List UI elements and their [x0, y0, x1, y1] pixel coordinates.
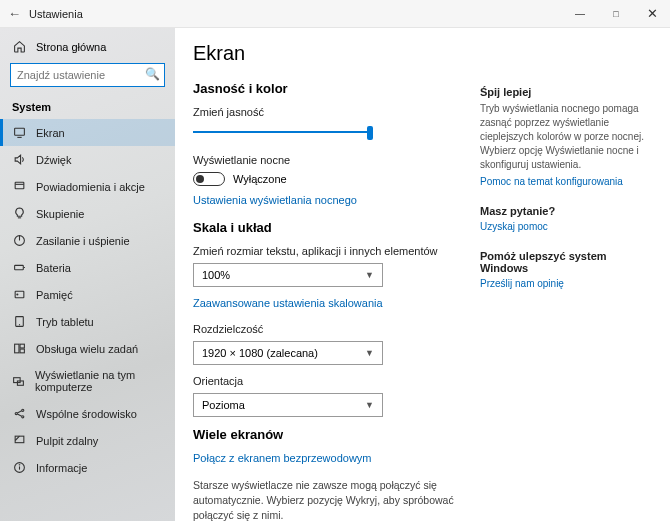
advanced-scaling-link[interactable]: Zaawansowane ustawienia skalowania: [193, 297, 462, 309]
svg-rect-13: [14, 344, 18, 353]
chevron-down-icon: ▼: [365, 270, 374, 280]
aside-feedback-link[interactable]: Prześlij nam opinię: [480, 278, 656, 289]
nightlight-toggle[interactable]: Wyłączone: [193, 172, 462, 186]
section-multiple: Wiele ekranów: [193, 427, 462, 442]
scale-select[interactable]: 100%▼: [193, 263, 383, 287]
window-title: Ustawienia: [29, 8, 83, 20]
battery-icon: [12, 261, 26, 274]
aside-question-title: Masz pytanie?: [480, 205, 656, 217]
remote-icon: [12, 434, 26, 447]
chevron-down-icon: ▼: [365, 400, 374, 410]
nav-label: Tryb tabletu: [36, 316, 94, 328]
nav-label: Dźwięk: [36, 154, 71, 166]
section-brightness: Jasność i kolor: [193, 81, 462, 96]
search-input[interactable]: [10, 63, 165, 87]
nav-label: Pulpit zdalny: [36, 435, 98, 447]
svg-line-24: [15, 436, 19, 440]
sidebar-item-info[interactable]: Informacje: [0, 454, 175, 481]
svg-rect-7: [14, 265, 23, 269]
nav-label: Wyświetlanie na tym komputerze: [35, 369, 163, 393]
nav-label: Wspólne środowisko: [36, 408, 137, 420]
section-scale: Skala i układ: [193, 220, 462, 235]
aside-sleep-desc: Tryb wyświetlania nocnego pomaga zasnąć …: [480, 102, 656, 172]
nav-label: Pamięć: [36, 289, 73, 301]
nav-label: Powiadomienia i akcje: [36, 181, 145, 193]
sidebar-item-zasilanie[interactable]: Zasilanie i uśpienie: [0, 227, 175, 254]
sidebar-item-pamiec[interactable]: Pamięć: [0, 281, 175, 308]
svg-line-21: [17, 411, 21, 413]
svg-rect-0: [14, 128, 24, 135]
svg-rect-14: [20, 344, 24, 348]
power-icon: [12, 234, 26, 247]
minimize-button[interactable]: —: [562, 0, 598, 28]
nav-label: Ekran: [36, 127, 65, 139]
sidebar: Strona główna 🔍 System Ekran Dźwięk Powi…: [0, 28, 175, 521]
nav-label: Informacje: [36, 462, 87, 474]
sidebar-item-ekran[interactable]: Ekran: [0, 119, 175, 146]
sound-icon: [12, 153, 26, 166]
resolution-label: Rozdzielczość: [193, 323, 462, 335]
svg-point-20: [21, 416, 23, 418]
nav-label: Zasilanie i uśpienie: [36, 235, 130, 247]
notifications-icon: [12, 180, 26, 193]
sidebar-item-powiadomienia[interactable]: Powiadomienia i akcje: [0, 173, 175, 200]
sidebar-item-shared[interactable]: Wspólne środowisko: [0, 400, 175, 427]
back-arrow-icon[interactable]: ←: [8, 6, 21, 21]
content-area: Ekran Jasność i kolor Zmień jasność Wyśw…: [175, 28, 480, 521]
sidebar-item-project[interactable]: Wyświetlanie na tym komputerze: [0, 362, 175, 400]
orientation-select[interactable]: Pozioma▼: [193, 393, 383, 417]
project-icon: [12, 375, 25, 388]
nightlight-settings-link[interactable]: Ustawienia wyświetlania nocnego: [193, 194, 462, 206]
nightlight-label: Wyświetlanie nocne: [193, 154, 462, 166]
titlebar: ← Ustawienia — □ ✕: [0, 0, 670, 28]
brightness-label: Zmień jasność: [193, 106, 462, 118]
svg-line-22: [17, 414, 21, 416]
close-button[interactable]: ✕: [634, 0, 670, 28]
aside-help-link[interactable]: Uzyskaj pomoc: [480, 221, 656, 232]
resolution-select[interactable]: 1920 × 1080 (zalecana)▼: [193, 341, 383, 365]
multitask-icon: [12, 342, 26, 355]
shared-icon: [12, 407, 26, 420]
display-icon: [12, 126, 26, 139]
sidebar-item-skupienie[interactable]: Skupienie: [0, 200, 175, 227]
nav-label: Skupienie: [36, 208, 84, 220]
home-label: Strona główna: [36, 41, 106, 53]
aside-sleep-link[interactable]: Pomoc na temat konfigurowania: [480, 176, 656, 187]
page-title: Ekran: [193, 42, 462, 65]
sidebar-item-multitask[interactable]: Obsługa wielu zadań: [0, 335, 175, 362]
scale-label: Zmień rozmiar tekstu, aplikacji i innych…: [193, 245, 462, 257]
orientation-label: Orientacja: [193, 375, 462, 387]
home-link[interactable]: Strona główna: [0, 34, 175, 63]
detect-description: Starsze wyświetlacze nie zawsze mogą poł…: [193, 478, 462, 521]
toggle-state: Wyłączone: [233, 173, 287, 185]
sidebar-item-remote[interactable]: Pulpit zdalny: [0, 427, 175, 454]
aside-sleep-title: Śpij lepiej: [480, 86, 656, 98]
category-label: System: [0, 97, 175, 119]
storage-icon: [12, 288, 26, 301]
svg-rect-2: [15, 182, 24, 189]
focus-icon: [12, 207, 26, 220]
search-icon: 🔍: [145, 67, 160, 81]
sidebar-item-dzwiek[interactable]: Dźwięk: [0, 146, 175, 173]
maximize-button[interactable]: □: [598, 0, 634, 28]
svg-rect-15: [20, 349, 24, 353]
svg-point-10: [16, 294, 17, 295]
nav-label: Bateria: [36, 262, 71, 274]
brightness-slider[interactable]: [193, 124, 373, 140]
svg-point-18: [15, 412, 17, 414]
aside-improve-title: Pomóż ulepszyć system Windows: [480, 250, 656, 274]
sidebar-item-tablet[interactable]: Tryb tabletu: [0, 308, 175, 335]
svg-point-19: [21, 409, 23, 411]
wireless-display-link[interactable]: Połącz z ekranem bezprzewodowym: [193, 452, 462, 464]
info-icon: [12, 461, 26, 474]
chevron-down-icon: ▼: [365, 348, 374, 358]
nav-label: Obsługa wielu zadań: [36, 343, 138, 355]
svg-point-27: [19, 465, 20, 466]
tablet-icon: [12, 315, 26, 328]
aside-panel: Śpij lepiej Tryb wyświetlania nocnego po…: [480, 28, 670, 521]
home-icon: [12, 40, 26, 53]
sidebar-item-bateria[interactable]: Bateria: [0, 254, 175, 281]
